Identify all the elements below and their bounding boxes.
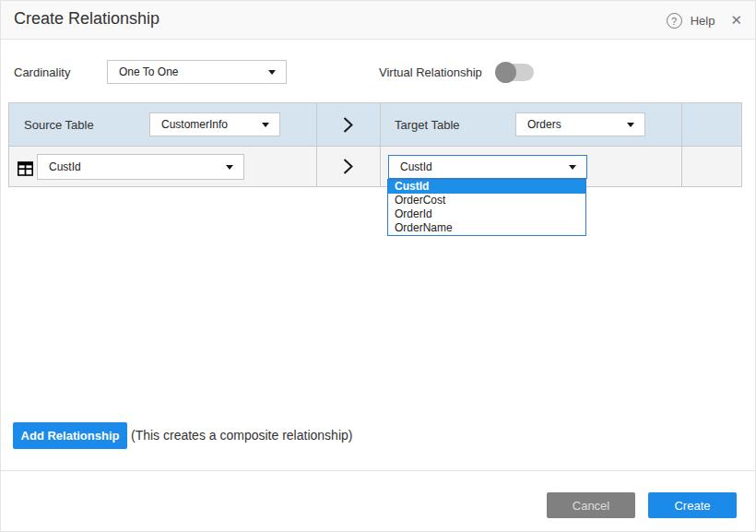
column-divider	[380, 147, 381, 186]
virtual-relationship-label: Virtual Relationship	[379, 65, 482, 79]
source-column-select[interactable]: CustId	[37, 154, 244, 180]
relationship-direction-cell	[316, 147, 380, 186]
create-button[interactable]: Create	[648, 492, 737, 518]
footer-divider	[1, 470, 755, 471]
relationship-mapping-table: Source Table CustomerInfo Target Table O…	[8, 102, 742, 187]
column-divider	[681, 147, 682, 186]
caret-down-icon	[226, 165, 233, 170]
target-column-select-value: CustId	[400, 160, 432, 173]
chevron-right-icon	[342, 158, 354, 175]
cardinality-select[interactable]: One To One	[107, 60, 287, 84]
relationship-direction-cell	[316, 103, 380, 146]
chevron-right-icon	[342, 116, 354, 134]
create-relationship-dialog: Create Relationship ? Help ✕ Cardinality…	[0, 0, 756, 532]
table-header-row: Source Table CustomerInfo Target Table O…	[9, 103, 741, 147]
target-table-label: Target Table	[395, 118, 460, 132]
source-table-label: Source Table	[24, 118, 94, 132]
help-link[interactable]: Help	[691, 14, 715, 28]
column-divider	[681, 103, 682, 146]
option-ordername[interactable]: OrderName	[388, 221, 585, 235]
dialog-titlebar: Create Relationship ? Help ✕	[1, 1, 755, 40]
close-icon[interactable]: ✕	[730, 12, 742, 29]
column-mapping-row: CustId CustId	[9, 147, 741, 186]
source-table-select-value: CustomerInfo	[161, 118, 228, 131]
option-custid[interactable]: CustId	[388, 180, 585, 194]
column-divider	[380, 103, 381, 146]
dialog-title: Create Relationship	[14, 9, 159, 29]
help-icon[interactable]: ?	[667, 13, 682, 29]
cardinality-select-value: One To One	[119, 65, 179, 78]
virtual-relationship-toggle[interactable]	[497, 64, 534, 81]
option-orderid[interactable]: OrderId	[388, 207, 585, 221]
titlebar-actions: ? Help ✕	[667, 1, 742, 40]
caret-down-icon	[569, 165, 576, 170]
composite-relationship-note: (This creates a composite relationship)	[131, 428, 352, 443]
target-column-select[interactable]: CustId	[388, 155, 587, 179]
cancel-button[interactable]: Cancel	[547, 492, 635, 518]
caret-down-icon	[262, 123, 269, 127]
table-grid-icon	[18, 161, 33, 176]
option-ordercost[interactable]: OrderCost	[388, 194, 585, 207]
caret-down-icon	[268, 70, 276, 75]
target-column-options-list: CustId OrderCost OrderId OrderName	[387, 179, 586, 236]
target-table-select[interactable]: Orders	[515, 112, 645, 136]
toggle-knob-icon	[495, 62, 516, 83]
source-table-select[interactable]: CustomerInfo	[149, 112, 280, 136]
source-column-select-value: CustId	[49, 160, 81, 173]
cardinality-label: Cardinality	[14, 65, 70, 79]
target-table-select-value: Orders	[527, 118, 561, 131]
add-relationship-button[interactable]: Add Relationship	[13, 422, 127, 449]
caret-down-icon	[627, 123, 634, 127]
